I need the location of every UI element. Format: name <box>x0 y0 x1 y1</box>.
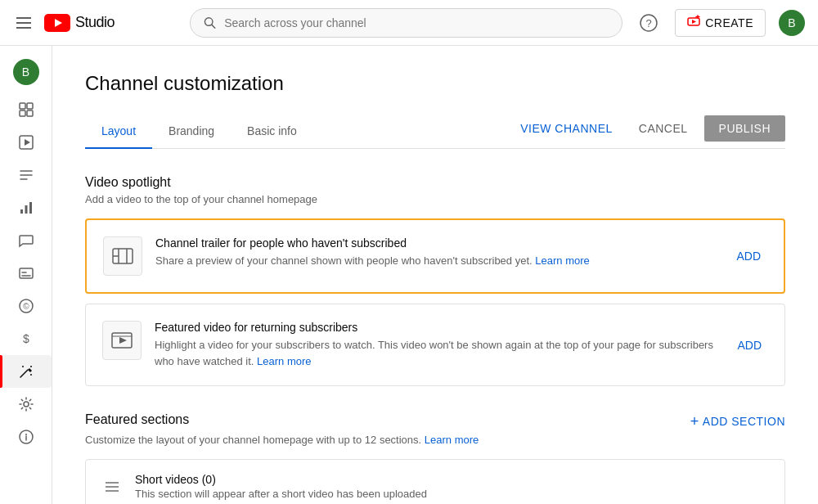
sidebar-item-customization[interactable] <box>0 355 52 388</box>
svg-point-31 <box>30 366 32 367</box>
sidebar-item-user[interactable]: B <box>0 52 52 93</box>
svg-rect-12 <box>20 110 25 116</box>
channel-trailer-icon <box>103 236 142 276</box>
video-spotlight-title: Video spotlight <box>85 175 785 190</box>
publish-button[interactable]: PUBLISH <box>704 115 785 142</box>
tab-layout[interactable]: Layout <box>85 115 152 149</box>
svg-rect-20 <box>25 205 27 214</box>
sidebar-item-analytics[interactable] <box>0 191 52 224</box>
short-videos-title: Short videos (0) <box>135 473 427 486</box>
featured-sections-learn-more[interactable]: Learn more <box>425 434 479 446</box>
header-right: ? CREATE B <box>636 9 805 37</box>
add-section-plus-icon: + <box>690 413 699 430</box>
short-videos-section-card: Short videos (0) This section will appea… <box>85 459 785 504</box>
tab-basic-info[interactable]: Basic info <box>231 115 313 149</box>
tabs-row: Layout Branding Basic info VIEW CHANNEL … <box>85 115 785 149</box>
svg-marker-42 <box>119 337 127 344</box>
sidebar-item-subtitles[interactable] <box>0 257 52 290</box>
youtube-logo-icon <box>44 14 70 32</box>
help-icon: ? <box>640 14 658 32</box>
user-avatar[interactable]: B <box>779 10 805 36</box>
sidebar-item-feedback[interactable] <box>0 421 52 453</box>
svg-line-3 <box>212 25 215 28</box>
channel-trailer-learn-more[interactable]: Learn more <box>535 254 589 267</box>
logo[interactable]: Studio <box>44 14 115 32</box>
search-icon <box>204 16 216 29</box>
cancel-button[interactable]: CANCEL <box>629 115 698 142</box>
featured-video-learn-more[interactable]: Learn more <box>257 355 311 367</box>
svg-rect-22 <box>20 268 33 278</box>
tabs-actions: VIEW CHANNEL CANCEL PUBLISH <box>510 115 785 148</box>
channel-trailer-content: Channel trailer for people who haven't s… <box>155 236 717 269</box>
sidebar-item-dashboard[interactable] <box>0 93 52 126</box>
header: Studio ? CREATE B <box>0 0 818 46</box>
play-icon <box>16 133 36 152</box>
drag-handle[interactable] <box>102 479 122 495</box>
featured-video-card: Featured video for returning subscribers… <box>85 304 785 386</box>
channel-trailer-title: Channel trailer for people who haven't s… <box>155 236 717 250</box>
svg-point-30 <box>22 366 24 367</box>
gear-icon <box>16 394 36 414</box>
main-content: Channel customization Layout Branding Ba… <box>52 46 818 504</box>
featured-video-add-button[interactable]: ADD <box>730 335 768 355</box>
svg-marker-15 <box>25 139 30 146</box>
channel-trailer-desc: Share a preview of your channel shown wi… <box>155 253 717 269</box>
page-title: Channel customization <box>85 72 785 95</box>
featured-video-icon <box>102 321 142 360</box>
comment-icon <box>16 231 36 250</box>
add-section-label: ADD SECTION <box>703 415 785 428</box>
video-spotlight-section: Video spotlight Add a video to the top o… <box>85 175 785 386</box>
sidebar-avatar: B <box>13 59 39 85</box>
wand-icon <box>16 362 36 381</box>
featured-video-content: Featured video for returning subscribers… <box>155 321 717 369</box>
featured-sections-title: Featured sections <box>85 412 189 427</box>
svg-point-32 <box>30 374 32 376</box>
create-plus-icon <box>687 15 700 31</box>
sidebar-item-copyright[interactable]: © <box>0 290 52 322</box>
view-channel-button[interactable]: VIEW CHANNEL <box>510 115 622 142</box>
svg-text:©: © <box>23 302 29 311</box>
featured-video-desc: Highlight a video for your subscribers t… <box>155 337 717 369</box>
channel-trailer-card: Channel trailer for people who haven't s… <box>85 218 785 294</box>
help-button[interactable]: ? <box>636 10 662 36</box>
feedback-icon <box>16 427 36 447</box>
svg-rect-19 <box>20 209 23 214</box>
search-input[interactable] <box>224 16 609 29</box>
bar-chart-icon <box>16 198 36 218</box>
featured-sections-desc: Customize the layout of your channel hom… <box>85 434 785 446</box>
svg-marker-7 <box>692 20 696 24</box>
sidebar-item-playlists[interactable] <box>0 159 52 191</box>
sidebar-item-settings[interactable] <box>0 388 52 421</box>
copyright-icon: © <box>16 296 36 316</box>
short-videos-desc: This section will appear after a short v… <box>135 488 427 500</box>
subtitles-icon <box>16 263 36 283</box>
create-label: CREATE <box>705 16 753 29</box>
logo-text: Studio <box>75 14 115 31</box>
featured-sections: Featured sections + ADD SECTION Customiz… <box>85 412 785 504</box>
svg-rect-13 <box>27 110 33 116</box>
tab-branding[interactable]: Branding <box>152 115 231 149</box>
svg-text:?: ? <box>646 16 652 29</box>
channel-trailer-add-button[interactable]: ADD <box>730 246 767 266</box>
featured-video-title: Featured video for returning subscribers <box>155 321 717 334</box>
create-button[interactable]: CREATE <box>675 9 766 37</box>
add-section-button[interactable]: + ADD SECTION <box>690 413 785 430</box>
svg-point-33 <box>24 402 29 407</box>
sidebar-item-comments[interactable] <box>0 224 52 257</box>
sidebar-item-earn[interactable]: $ <box>0 322 52 355</box>
grid-icon <box>16 100 36 119</box>
sidebar-item-content[interactable] <box>0 126 52 159</box>
featured-sections-header: Featured sections + ADD SECTION <box>85 412 785 430</box>
svg-point-36 <box>25 434 27 435</box>
svg-marker-29 <box>28 368 32 372</box>
short-videos-content: Short videos (0) This section will appea… <box>135 473 427 500</box>
menu-icon[interactable] <box>13 14 34 32</box>
tabs: Layout Branding Basic info <box>85 115 510 148</box>
svg-rect-10 <box>20 103 25 109</box>
sidebar: B <box>0 46 52 504</box>
svg-text:$: $ <box>23 332 29 345</box>
svg-rect-21 <box>29 202 32 214</box>
list-icon <box>16 165 36 185</box>
svg-rect-11 <box>27 103 33 109</box>
search-bar <box>190 8 622 38</box>
